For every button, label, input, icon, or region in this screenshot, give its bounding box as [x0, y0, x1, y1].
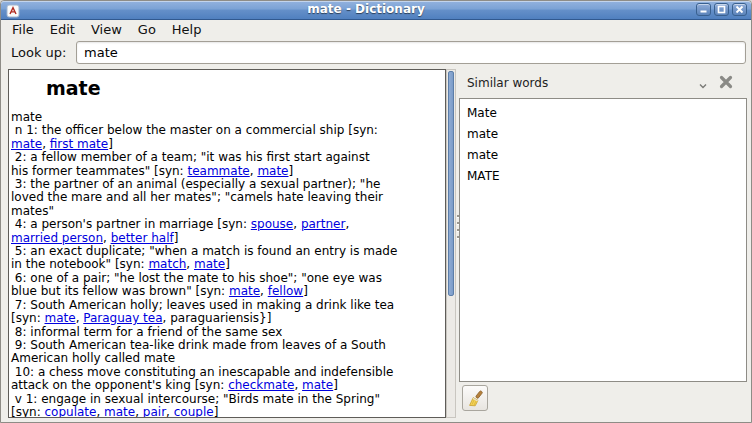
synonym-link[interactable]: mate [45, 311, 76, 325]
lookup-label: Look up: [11, 45, 66, 60]
definition-line: his former teammates" [syn: teammate, ma… [11, 165, 445, 178]
definition-line: [syn: mate, Paraguay tea, paraguariensis… [11, 312, 445, 325]
scrollbar-thumb[interactable] [448, 71, 454, 296]
menu-item-file[interactable]: File [4, 20, 42, 40]
definition-line: loved the mare and all her mates"; "came… [11, 191, 445, 204]
definition-body: mate n 1: the officer below the master o… [9, 111, 445, 418]
synonym-link[interactable]: checkmate [228, 378, 294, 392]
definition-line: in the notebook" [syn: match, mate] [11, 258, 445, 271]
synonym-link[interactable]: mate [257, 164, 288, 178]
definition-line: [syn: copulate, mate, pair, couple] [11, 406, 445, 418]
menubar: FileEditViewGoHelp [1, 20, 751, 40]
broom-icon [467, 390, 484, 407]
window-controls [696, 3, 747, 16]
synonym-link[interactable]: partner [301, 217, 346, 231]
menu-item-go[interactable]: Go [130, 20, 164, 40]
definition-line: mate, first mate] [11, 138, 445, 151]
definition-line: mates" [11, 205, 445, 218]
dictionary-app-icon [6, 3, 20, 17]
synonym-link[interactable]: mate [104, 405, 135, 418]
synonym-link[interactable]: match [148, 257, 186, 271]
similar-word-item[interactable]: Mate [460, 103, 746, 124]
close-button[interactable] [732, 3, 747, 16]
definition-line: attack on the opponent's king [syn: chec… [11, 379, 445, 392]
maximize-icon [717, 5, 726, 14]
synonym-link[interactable]: pair [143, 405, 166, 418]
definition-line: married person, better half] [11, 232, 445, 245]
sidebar-title: Similar words [467, 76, 548, 90]
synonym-link[interactable]: couple [174, 405, 214, 418]
similar-word-item[interactable]: mate [460, 145, 746, 166]
synonym-link[interactable]: copulate [45, 405, 97, 418]
menu-item-edit[interactable]: Edit [42, 20, 83, 40]
synonym-link[interactable]: better half [111, 231, 174, 245]
titlebar[interactable]: mate - Dictionary [1, 1, 751, 20]
synonym-link[interactable]: mate [194, 257, 225, 271]
definition-line: 2: a fellow member of a team; "it was hi… [11, 151, 445, 164]
close-icon [735, 5, 744, 14]
clear-button[interactable] [462, 385, 488, 411]
definition-line: 8: informal term for a friend of the sam… [11, 326, 445, 339]
lookup-input[interactable] [76, 41, 746, 64]
close-sidebar-button[interactable] [717, 73, 735, 91]
definition-line: 10: a chess move constituting an inescap… [11, 366, 445, 379]
headword: mate [46, 77, 445, 99]
synonym-link[interactable]: first mate [50, 137, 108, 151]
minimize-button[interactable] [696, 3, 711, 16]
dictionary-window: mate - Dictionary FileEditViewGoHelp Loo… [0, 0, 752, 423]
synonym-link[interactable]: Paraguay tea [83, 311, 162, 325]
definition-line: 6: one of a pair; "he lost the mate to h… [11, 272, 445, 285]
definition-line: v 1: engage in sexual intercourse; "Bird… [11, 393, 445, 406]
vertical-scrollbar[interactable] [446, 69, 456, 418]
synonym-link[interactable]: married person [11, 231, 103, 245]
synonym-link[interactable]: teammate [187, 164, 249, 178]
definition-line: mate [11, 111, 445, 124]
definition-line: 4: a person's partner in marriage [syn: … [11, 218, 445, 231]
chevron-down-icon[interactable] [697, 77, 709, 89]
synonym-link[interactable]: mate [11, 137, 42, 151]
synonym-link[interactable]: fellow [268, 284, 303, 298]
maximize-button[interactable] [714, 3, 729, 16]
definition-line: American holly called mate [11, 352, 445, 365]
minimize-icon [699, 5, 708, 14]
definition-view[interactable]: mate mate n 1: the officer below the mas… [8, 69, 446, 418]
synonym-link[interactable]: mate [302, 378, 333, 392]
synonym-link[interactable]: spouse [251, 217, 293, 231]
similar-words-list[interactable]: MatematemateMATE [459, 98, 747, 382]
definition-line: 3: the partner of an animal (especially … [11, 178, 445, 191]
similar-word-item[interactable]: MATE [460, 166, 746, 187]
definition-line: n 1: the officer below the master on a c… [11, 124, 445, 137]
window-title: mate - Dictionary [41, 1, 691, 19]
menu-item-help[interactable]: Help [164, 20, 210, 40]
similar-word-item[interactable]: mate [460, 124, 746, 145]
definition-line: 9: South American tea-like drink made fr… [11, 339, 445, 352]
definition-line: 5: an exact duplicate; "when a match is … [11, 245, 445, 258]
definition-line: blue but its fellow was brown" [syn: mat… [11, 285, 445, 298]
definition-line: 7: South American holly; leaves used in … [11, 299, 445, 312]
synonym-link[interactable]: mate [229, 284, 260, 298]
close-icon [717, 73, 735, 91]
sidebar-header: Similar words [460, 71, 747, 96]
menu-item-view[interactable]: View [83, 20, 130, 40]
